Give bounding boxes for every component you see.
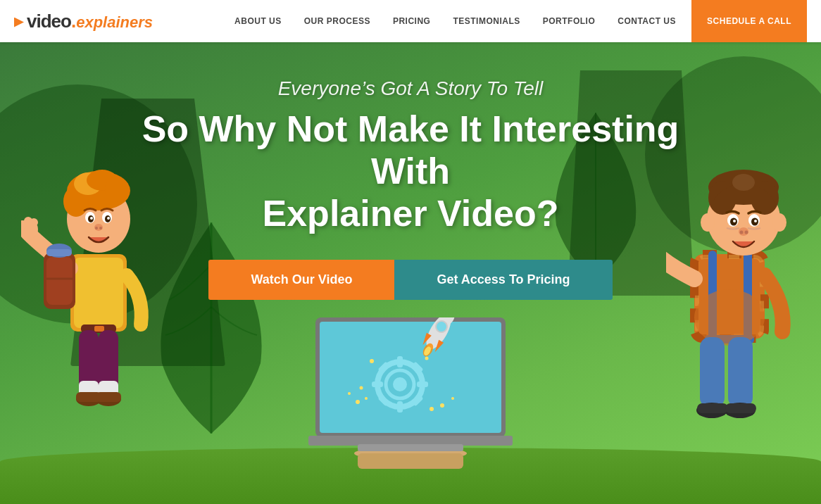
svg-point-89 [356,400,360,404]
logo-play-icon [14,18,24,27]
nav-pricing[interactable]: PRICING [382,0,442,42]
character-left [21,99,176,465]
svg-rect-24 [46,257,73,305]
svg-rect-3 [94,326,104,332]
svg-point-92 [365,397,368,400]
svg-point-46 [732,174,755,191]
logo-explainers-text: explainers [76,13,153,32]
cta-buttons: Watch Our Video Get Access To Pricing [136,260,685,300]
hero-title: So Why Not Make It Interesting With Expl… [136,108,685,234]
svg-rect-99 [358,444,463,451]
laptop [301,317,520,458]
nav-contact[interactable]: CONTACT US [606,0,687,42]
svg-point-54 [754,220,757,222]
nav-process[interactable]: OUR PROCESS [293,0,382,42]
svg-point-56 [740,231,744,234]
svg-point-96 [425,357,429,360]
logo-video-text: video [27,11,71,32]
svg-rect-27 [46,249,72,256]
watch-video-button[interactable]: Watch Our Video [208,260,394,300]
svg-point-97 [430,407,434,411]
svg-rect-75 [397,401,403,412]
stocky-character-svg [666,99,821,465]
svg-point-17 [95,227,98,229]
hero-text-block: Everyone’s Got A Story To Tell So Why No… [136,77,685,300]
svg-point-93 [440,403,444,408]
svg-rect-68 [725,403,756,413]
schedule-call-button[interactable]: SCHEDULE A CALL [691,0,807,42]
logo[interactable]: video . explainers [14,11,153,32]
svg-point-48 [772,213,786,232]
get-pricing-button[interactable]: Get Access To Pricing [394,260,612,300]
svg-point-14 [90,217,93,220]
svg-point-94 [451,397,454,400]
svg-rect-77 [417,382,428,387]
backpacker-character-svg [21,99,176,465]
nav-about[interactable]: ABOUT US [223,0,293,42]
main-nav: ABOUT US OUR PROCESS PRICING TESTIMONIAL… [223,0,687,42]
svg-rect-74 [397,356,403,367]
nav-testimonials[interactable]: TESTIMONIALS [441,0,531,42]
svg-rect-35 [96,392,121,402]
character-right [666,99,821,465]
svg-point-22 [30,218,38,227]
svg-rect-64 [728,337,753,408]
svg-point-73 [393,377,407,391]
svg-point-9 [105,177,127,202]
svg-point-91 [360,386,363,390]
svg-point-57 [745,231,748,234]
svg-rect-98 [308,436,513,446]
svg-point-95 [370,359,374,363]
hero-title-line1: So Why Not Make It Interesting With [142,108,679,191]
svg-point-47 [701,213,715,232]
svg-point-15 [107,217,110,220]
svg-rect-76 [372,382,383,387]
logo-dot: . [71,11,76,32]
header: video . explainers ABOUT US OUR PROCESS … [0,0,821,42]
svg-rect-63 [700,337,725,408]
nav-portfolio[interactable]: PORTFOLIO [532,0,607,42]
svg-point-58 [694,289,765,346]
svg-point-18 [99,227,102,229]
svg-point-90 [348,392,351,395]
hero-section: Everyone’s Got A Story To Tell So Why No… [0,42,821,504]
hero-subtitle: Everyone’s Got A Story To Tell [136,77,685,100]
svg-rect-1 [74,258,123,328]
svg-rect-67 [697,403,728,413]
hero-title-line2: Explainer Video? [263,193,559,234]
svg-point-53 [733,220,736,222]
